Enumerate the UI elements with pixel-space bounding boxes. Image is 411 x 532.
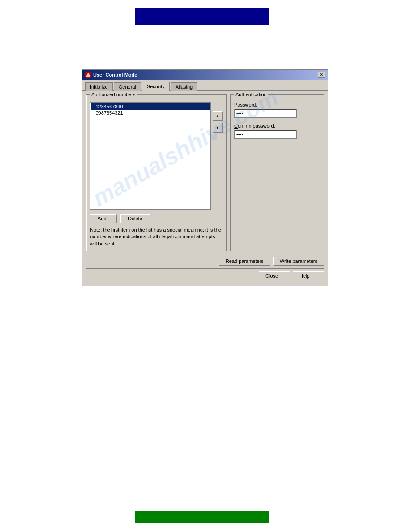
tab-security[interactable]: Security — [142, 82, 170, 91]
delete-button[interactable]: Delete — [120, 214, 150, 223]
authentication-label: Authentication — [234, 92, 268, 97]
close-window-button[interactable]: ✕ — [318, 72, 325, 78]
read-parameters-button[interactable]: Read parameters — [219, 257, 270, 266]
app-icon — [85, 72, 91, 78]
authorized-numbers-group: Authorized numbers +1234567890 +09876543… — [86, 94, 227, 251]
dialog-wrapper: User Control Mode ✕ Initialize General S… — [82, 69, 328, 286]
move-up-button[interactable]: ▲ — [213, 111, 223, 121]
password-field-group: Password: — [234, 102, 320, 118]
window-title: User Control Mode — [93, 72, 137, 77]
content-area: Authorized numbers +1234567890 +09876543… — [82, 91, 328, 286]
confirm-password-field-group: Confirm password: — [234, 123, 320, 139]
authorized-numbers-list[interactable]: +1234567890 +0987654321 — [90, 102, 211, 210]
tab-general[interactable]: General — [114, 82, 141, 91]
add-button[interactable]: Add — [90, 214, 117, 223]
list-item[interactable]: +0987654321 — [91, 110, 210, 116]
write-parameters-button[interactable]: Write parameters — [273, 257, 324, 266]
bottom-bar — [135, 511, 269, 523]
arrow-buttons: ▲ ▼ — [213, 102, 223, 133]
title-bar-left: User Control Mode — [85, 72, 137, 78]
note-text: Note: the first item on the list has a s… — [90, 227, 223, 247]
panels-row: Authorized numbers +1234567890 +09876543… — [86, 94, 324, 251]
authorized-numbers-label: Authorized numbers — [90, 92, 137, 97]
password-input[interactable] — [234, 109, 297, 118]
tab-aliasing[interactable]: Aliasing — [171, 82, 198, 91]
title-bar: User Control Mode ✕ — [82, 70, 328, 80]
svg-marker-0 — [86, 73, 90, 77]
tab-bar: Initialize General Security Aliasing — [82, 80, 328, 91]
window: User Control Mode ✕ Initialize General S… — [82, 69, 328, 286]
list-item[interactable]: +1234567890 — [91, 103, 210, 110]
confirm-password-input[interactable] — [234, 130, 297, 139]
authentication-group: Authentication Password: Confirm passwor… — [230, 94, 324, 251]
close-button[interactable]: Close — [259, 271, 290, 280]
top-bar — [135, 8, 269, 25]
move-down-button[interactable]: ▼ — [213, 123, 223, 133]
confirm-password-label: Confirm password: — [234, 123, 320, 129]
action-buttons: Add Delete — [90, 214, 223, 223]
tab-initialize[interactable]: Initialize — [85, 82, 113, 91]
help-button[interactable]: Help — [293, 271, 324, 280]
password-label: Password: — [234, 102, 320, 107]
list-row: +1234567890 +0987654321 ▲ ▼ — [90, 102, 223, 212]
